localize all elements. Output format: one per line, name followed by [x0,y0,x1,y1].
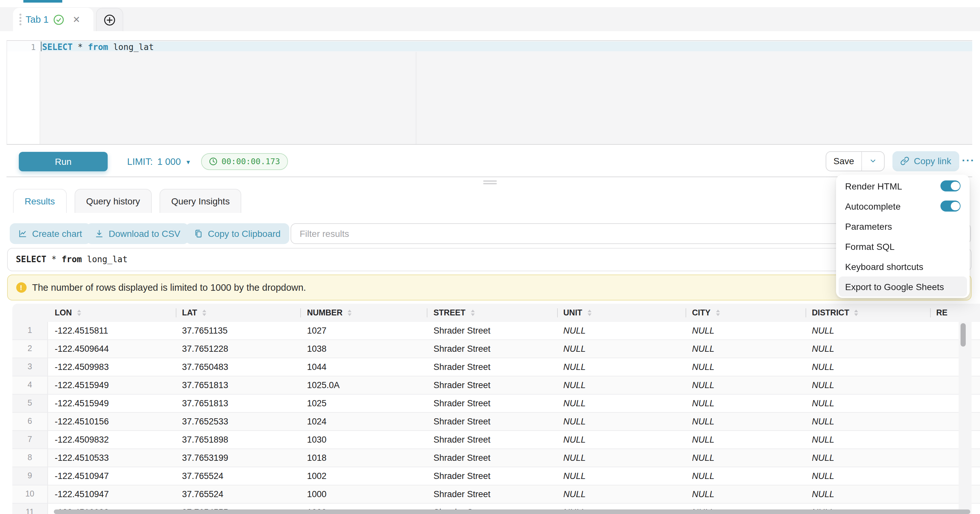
tab-results[interactable]: Results [13,188,67,212]
sql-editor[interactable]: 1 SELECT * from long_lat [6,40,972,144]
save-options-button[interactable] [862,152,884,170]
copy-link-button[interactable]: Copy link [892,151,959,171]
table-cell [930,322,980,340]
table-cell: NULL [686,322,805,340]
sql-keyword: from [88,42,108,52]
table-cell: -122.4510156 [48,412,175,431]
save-button[interactable]: Save [826,152,862,170]
column-label: LAT [182,308,197,317]
toggle-switch[interactable] [940,201,961,212]
warning-icon: ! [16,282,26,292]
table-cell: 37.765524 [175,485,301,503]
sort-icon[interactable] [716,309,720,316]
editor-gutter [7,41,40,144]
query-tab[interactable]: Tab 1 ✕ [13,8,93,31]
row-number: 4 [12,376,48,394]
menu-item-render-html[interactable]: Render HTML [838,176,967,196]
toggle-switch[interactable] [940,181,961,192]
table-cell: NULL [805,467,930,485]
copy-to-clipboard-label: Copy to Clipboard [208,228,280,239]
table-cell [930,376,980,394]
table-cell: 37.7653199 [175,449,301,467]
table-cell: -122.4509983 [48,358,175,376]
column-header-city[interactable]: CITY [686,303,805,322]
download-csv-button[interactable]: Download to CSV [86,223,189,244]
limit-dropdown[interactable]: LIMIT: 1 000 ▼ [127,152,191,171]
more-options-button[interactable]: ··· [958,151,979,171]
column-label: CITY [692,308,711,317]
table-cell [930,485,980,503]
table-cell [930,340,980,358]
table-cell: Shrader Street [427,340,557,358]
tab-drag-handle-icon[interactable] [19,14,21,25]
table-cell: NULL [805,431,930,449]
column-header-re[interactable]: RE [930,303,980,322]
vertical-scrollbar-thumb[interactable] [961,323,966,346]
sort-icon[interactable] [77,309,81,316]
table-cell: 37.765524 [175,467,301,485]
table-cell: NULL [805,376,930,394]
sort-icon[interactable] [854,309,858,316]
column-header-unit[interactable]: UNIT [557,303,686,322]
table-row: 6-122.451015637.76525331024Shrader Stree… [12,412,980,431]
table-row: 10-122.451094737.7655241000Shrader Stree… [12,485,980,503]
sort-icon[interactable] [471,309,474,316]
add-tab-button[interactable] [96,8,123,31]
table-cell: 1002 [301,467,427,485]
sort-icon[interactable] [202,309,206,316]
column-header-lat[interactable]: LAT [175,303,301,322]
table-cell: NULL [557,412,686,431]
table-cell [930,449,980,467]
vertical-scrollbar[interactable] [959,322,972,514]
close-tab-icon[interactable]: ✕ [73,14,80,25]
menu-item-parameters[interactable]: Parameters [838,216,967,236]
copy-to-clipboard-button[interactable]: Copy to Clipboard [185,223,289,244]
menu-item-format-sql[interactable]: Format SQL [838,236,967,256]
table-cell [930,394,980,412]
create-chart-button[interactable]: Create chart [10,223,91,244]
table-cell: NULL [686,376,805,394]
table-cell: 1018 [301,449,427,467]
table-cell: NULL [805,322,930,340]
pane-resize-handle[interactable] [483,180,497,185]
horizontal-scrollbar-thumb[interactable] [54,509,970,514]
column-header-district[interactable]: DISTRICT [805,303,930,322]
sql-ide-app: Tab 1 ✕ 1 SELECT * from long_lat Run LIM… [0,0,980,514]
menu-item-label: Export to Google Sheets [845,281,944,292]
column-label: STREET [434,308,466,317]
clipboard-icon [194,229,203,238]
sort-icon[interactable] [348,309,352,316]
table-cell: NULL [686,412,805,431]
limit-value: 1 000 [157,156,181,166]
menu-item-label: Autocomplete [845,201,900,211]
column-label: NUMBER [307,308,343,317]
top-accent-bar [23,0,62,2]
menu-item-export-to-google-sheets[interactable]: Export to Google Sheets [838,276,967,297]
column-header-number[interactable]: NUMBER [301,303,427,322]
row-number: 9 [12,467,48,485]
copy-link-label: Copy link [914,156,951,166]
tab-query-insights[interactable]: Query Insights [159,188,242,212]
table-cell: -122.4515949 [48,394,175,412]
row-number: 5 [12,394,48,412]
tab-query-history[interactable]: Query history [74,188,152,212]
table-cell: 1030 [301,431,427,449]
column-header-lon[interactable]: LON [48,303,175,322]
table-cell: 1000 [301,485,427,503]
more-options-menu: Render HTMLAutocompleteParametersFormat … [836,175,970,298]
sort-icon[interactable] [587,309,591,316]
download-csv-label: Download to CSV [109,228,180,239]
column-header-street[interactable]: STREET [427,303,557,322]
menu-item-keyboard-shortcuts[interactable]: Keyboard shortcuts [838,256,967,276]
menu-item-autocomplete[interactable]: Autocomplete [838,196,967,216]
run-button[interactable]: Run [19,152,108,171]
results-table: LONLATNUMBERSTREETUNITCITYDISTRICTRE 1-1… [12,303,980,514]
line-number: 1 [7,42,36,52]
table-cell [930,412,980,431]
table-cell: Shrader Street [427,467,557,485]
menu-item-label: Parameters [845,221,892,231]
row-number: 11 [12,503,48,514]
table-cell: NULL [805,412,930,431]
row-number: 2 [12,340,48,358]
table-cell: NULL [557,431,686,449]
